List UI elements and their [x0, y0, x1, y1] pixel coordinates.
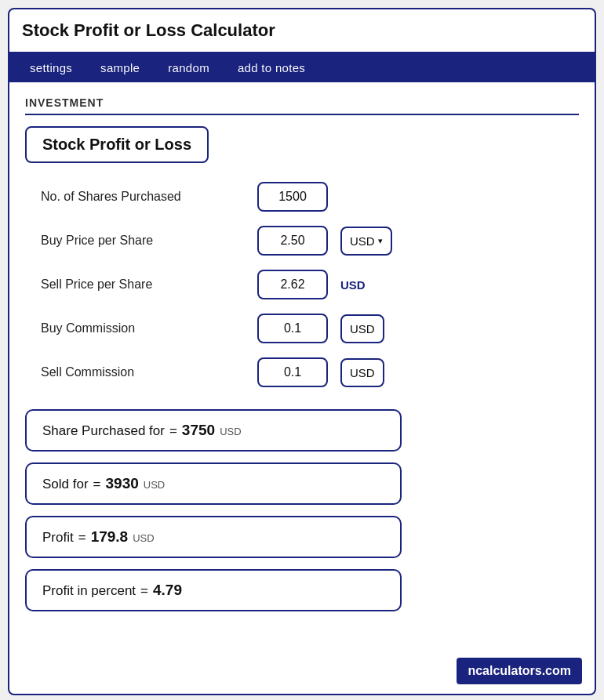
result-shares-purchased-label: Share Purchased for [42, 423, 165, 439]
result-profit-label: Profit [42, 530, 74, 546]
buy-commission-label: Buy Commission [41, 321, 245, 335]
buy-commission-input[interactable] [257, 314, 328, 343]
sell-price-label: Sell Price per Share [41, 277, 245, 292]
shares-input[interactable] [257, 182, 328, 212]
result-sold-for-equals: = [93, 477, 101, 492]
sell-commission-currency-box[interactable]: USD [340, 358, 384, 387]
buy-price-row: Buy Price per Share USD ▾ [41, 226, 579, 256]
form-rows: No. of Shares Purchased Buy Price per Sh… [25, 182, 579, 387]
result-sold-for-unit: USD [144, 479, 165, 491]
result-profit-value: 179.8 [91, 528, 129, 546]
sell-commission-input[interactable] [257, 357, 328, 387]
sell-price-currency-text: USD [340, 278, 366, 292]
content-area: INVESTMENT Stock Profit or Loss No. of S… [9, 82, 595, 694]
calculator-container: Stock Profit or Loss Calculator settings… [8, 8, 596, 695]
result-sold-for-value: 3930 [106, 475, 139, 492]
result-shares-purchased-value: 3750 [182, 422, 215, 439]
nav-add-to-notes[interactable]: add to notes [224, 53, 319, 82]
result-profit-percent-value: 4.79 [153, 582, 182, 599]
buy-price-currency-label: USD [350, 234, 375, 248]
result-sold-for-label: Sold for [42, 477, 89, 492]
buy-price-input[interactable] [257, 226, 328, 256]
nav-bar: settings sample random add to notes [9, 53, 595, 82]
result-profit-unit: USD [133, 532, 154, 544]
sell-commission-label: Sell Commission [41, 365, 245, 379]
shares-row: No. of Shares Purchased [41, 182, 579, 212]
nav-settings[interactable]: settings [16, 53, 86, 82]
result-profit-percent-equals: = [140, 583, 148, 599]
result-profit-percent-label: Profit in percent [42, 583, 136, 599]
result-profit: Profit = 179.8 USD [25, 516, 402, 558]
sell-commission-row: Sell Commission USD [41, 357, 579, 387]
nav-sample[interactable]: sample [86, 53, 154, 82]
calculator-title: Stock Profit or Loss Calculator [22, 20, 275, 40]
result-shares-purchased-unit: USD [220, 426, 241, 437]
nav-random[interactable]: random [154, 53, 224, 82]
sell-price-row: Sell Price per Share USD [41, 270, 579, 299]
buy-price-label: Buy Price per Share [41, 234, 245, 248]
buy-commission-row: Buy Commission USD [41, 314, 579, 343]
result-shares-purchased-equals: = [169, 423, 177, 439]
result-boxes: Share Purchased for = 3750 USD Sold for … [25, 409, 579, 611]
result-profit-percent: Profit in percent = 4.79 [25, 569, 402, 611]
result-sold-for: Sold for = 3930 USD [25, 462, 402, 505]
title-bar: Stock Profit or Loss Calculator [9, 9, 595, 53]
section-label: INVESTMENT [25, 96, 579, 115]
buy-price-currency-dropdown[interactable]: USD ▾ [340, 227, 392, 256]
watermark: ncalculators.com [457, 658, 582, 684]
chevron-down-icon: ▾ [378, 236, 383, 246]
result-shares-purchased: Share Purchased for = 3750 USD [25, 409, 402, 452]
sell-commission-currency-label: USD [350, 366, 375, 379]
buy-commission-currency-box[interactable]: USD [340, 314, 384, 343]
buy-commission-currency-label: USD [350, 322, 375, 335]
result-profit-equals: = [78, 530, 86, 546]
sell-price-input[interactable] [257, 270, 328, 299]
shares-label: No. of Shares Purchased [41, 190, 245, 204]
calculator-type-title: Stock Profit or Loss [25, 126, 209, 163]
